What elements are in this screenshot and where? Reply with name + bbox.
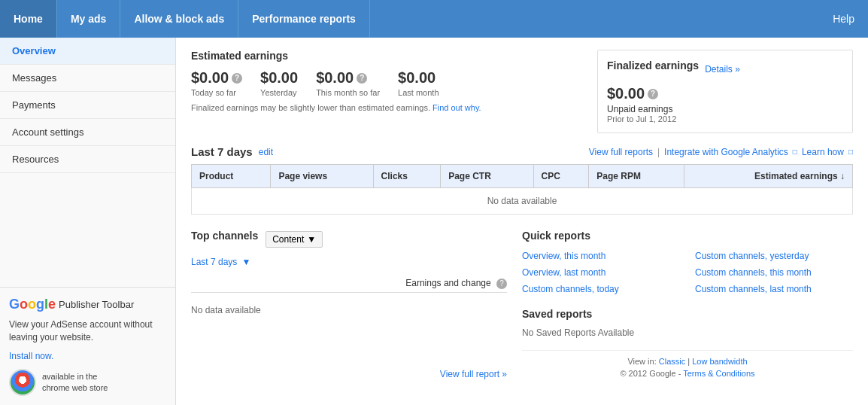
chrome-icon: [9, 369, 36, 396]
no-saved-text: No Saved Reports Available: [522, 327, 853, 338]
qr-link-custom-yesterday[interactable]: Custom channels, yesterday: [695, 249, 853, 263]
no-data-cell: No data available: [192, 188, 853, 215]
chevron-down-icon: ▼: [307, 234, 316, 245]
col-clicks: Clicks: [373, 165, 441, 188]
integrate-analytics-link[interactable]: Integrate with Google Analytics: [664, 147, 788, 157]
info-icon-month[interactable]: ?: [357, 73, 367, 84]
view-full-reports-link[interactable]: View full reports: [589, 147, 653, 157]
earning-this-month-amount: $0.00 ?: [316, 69, 380, 87]
timerange-selector[interactable]: Last 7 days ▼: [191, 257, 507, 267]
content-dropdown[interactable]: Content ▼: [266, 231, 323, 248]
channels-table-header: Earnings and change ?: [191, 275, 507, 293]
col-page-rpm: Page RPM: [589, 165, 684, 188]
earning-this-month: $0.00 ? This month so far: [316, 69, 380, 97]
info-icon-channels[interactable]: ?: [496, 279, 507, 289]
quick-reports-panel: Quick reports Overview, this month Custo…: [522, 230, 853, 379]
earnings-note: Finalized earnings may be slightly lower…: [191, 103, 582, 112]
earning-this-month-label: This month so far: [316, 88, 380, 97]
earnings-and-change-col: Earnings and change ?: [405, 278, 507, 289]
estimated-earnings-panel: Estimated earnings $0.00 ? Today so far …: [191, 50, 582, 133]
channels-no-data: No data available: [191, 297, 507, 323]
install-now-link[interactable]: Install now.: [9, 351, 53, 361]
footer: View in: Classic | Low bandwidth © 2012 …: [522, 350, 853, 378]
last7-right: View full reports | Integrate with Googl…: [589, 147, 853, 157]
col-pageviews: Page views: [271, 165, 373, 188]
earnings-section: Estimated earnings $0.00 ? Today so far …: [191, 50, 853, 133]
nav-tab-performance[interactable]: Performance reports: [238, 0, 370, 38]
earning-last-month-amount: $0.00: [398, 69, 439, 87]
quick-reports-title: Quick reports: [522, 230, 853, 242]
col-cpc: CPC: [533, 165, 589, 188]
google-publisher-toolbar-logo: Google Publisher Toolbar: [9, 297, 166, 312]
sidebar-item-payments[interactable]: Payments: [0, 92, 175, 119]
top-channels-panel: Top channels Content ▼ Last 7 days ▼ Ear…: [191, 230, 507, 379]
prior-label: Prior to Jul 1, 2012: [607, 114, 843, 123]
last7-title: Last 7 days: [191, 145, 253, 158]
publisher-toolbar-text: Publisher Toolbar: [59, 299, 134, 310]
low-bandwidth-link[interactable]: Low bandwidth: [692, 357, 747, 366]
view-full-report-link[interactable]: View full report »: [440, 369, 507, 379]
earnings-grid: $0.00 ? Today so far $0.00 Yesterday $: [191, 69, 582, 97]
find-out-why-link[interactable]: Find out why.: [432, 103, 481, 112]
toolbar-description: View your AdSense account without leavin…: [9, 318, 166, 344]
last7-header: Last 7 days edit View full reports | Int…: [191, 145, 853, 158]
estimated-earnings-title: Estimated earnings: [191, 50, 582, 62]
sidebar-item-account-settings[interactable]: Account settings: [0, 119, 175, 146]
performance-table: Product Page views Clicks Page CTR CPC P…: [191, 164, 853, 215]
learn-how-link[interactable]: Learn how: [802, 147, 844, 157]
qr-link-overview-month[interactable]: Overview, this month: [522, 249, 680, 263]
dropdown-label: Content: [272, 234, 304, 245]
info-icon-finalized[interactable]: ?: [648, 89, 658, 99]
table-row: No data available: [192, 188, 853, 215]
external-link-icon-2: □: [848, 148, 853, 156]
chevron-down-icon-timerange: ▼: [241, 257, 250, 267]
earning-yesterday: $0.00 Yesterday: [260, 69, 298, 97]
main-layout: Overview Messages Payments Account setti…: [0, 38, 868, 405]
qr-link-custom-this-month[interactable]: Custom channels, this month: [695, 266, 853, 279]
earning-today-label: Today so far: [191, 88, 242, 97]
finalized-earnings-panel: Finalized earnings Details » $0.00 ? Unp…: [597, 50, 853, 133]
sidebar: Overview Messages Payments Account setti…: [0, 38, 176, 405]
chrome-store-line2: chrome web store: [42, 382, 108, 394]
nav-tab-allow-block[interactable]: Allow & block ads: [120, 0, 238, 38]
info-icon-today[interactable]: ?: [232, 73, 242, 84]
col-product: Product: [192, 165, 271, 188]
earning-today-amount: $0.00 ?: [191, 69, 242, 87]
classic-link[interactable]: Classic: [659, 357, 685, 366]
help-button[interactable]: Help: [819, 0, 868, 38]
sidebar-bottom: Google Publisher Toolbar View your AdSen…: [0, 287, 175, 405]
sidebar-item-resources[interactable]: Resources: [0, 146, 175, 173]
external-link-icon: □: [793, 148, 797, 156]
google-logo-g: Google: [9, 297, 56, 312]
earning-yesterday-amount: $0.00: [260, 69, 298, 87]
qr-link-overview-last-month[interactable]: Overview, last month: [522, 266, 680, 279]
earning-yesterday-label: Yesterday: [260, 88, 298, 97]
main-content: Estimated earnings $0.00 ? Today so far …: [176, 38, 868, 405]
finalized-earnings-title: Finalized earnings: [607, 59, 699, 72]
nav-tab-my-ads[interactable]: My ads: [57, 0, 120, 38]
finalized-title: Finalized earnings Details »: [607, 59, 843, 79]
nav-tab-home[interactable]: Home: [0, 0, 57, 38]
copyright-row: © 2012 Google - Terms & Conditions: [522, 369, 853, 378]
last7-left: Last 7 days edit: [191, 145, 273, 158]
col-page-ctr: Page CTR: [441, 165, 533, 188]
earning-today: $0.00 ? Today so far: [191, 69, 242, 97]
sidebar-item-messages[interactable]: Messages: [0, 65, 175, 92]
table-header-row: Product Page views Clicks Page CTR CPC P…: [192, 165, 853, 188]
bottom-section: Top channels Content ▼ Last 7 days ▼ Ear…: [191, 230, 853, 379]
qr-link-custom-today[interactable]: Custom channels, today: [522, 282, 680, 296]
unpaid-label: Unpaid earnings: [607, 104, 843, 114]
chrome-store-badge: available in the chrome web store: [9, 369, 166, 396]
chrome-store-text: available in the chrome web store: [42, 371, 108, 394]
view-in-row: View in: Classic | Low bandwidth: [522, 357, 853, 366]
qr-link-custom-last-month[interactable]: Custom channels, last month: [695, 282, 853, 296]
earning-last-month: $0.00 Last month: [398, 69, 439, 97]
terms-link[interactable]: Terms & Conditions: [683, 369, 754, 378]
edit-link[interactable]: edit: [259, 147, 273, 157]
top-channels-title: Top channels: [191, 230, 258, 242]
details-link[interactable]: Details »: [705, 64, 740, 75]
view-in-label: View in:: [627, 357, 656, 366]
quick-reports-grid: Overview, this month Custom channels, ye…: [522, 249, 853, 296]
sidebar-item-overview[interactable]: Overview: [0, 38, 175, 65]
chrome-store-line1: available in the: [42, 371, 108, 382]
